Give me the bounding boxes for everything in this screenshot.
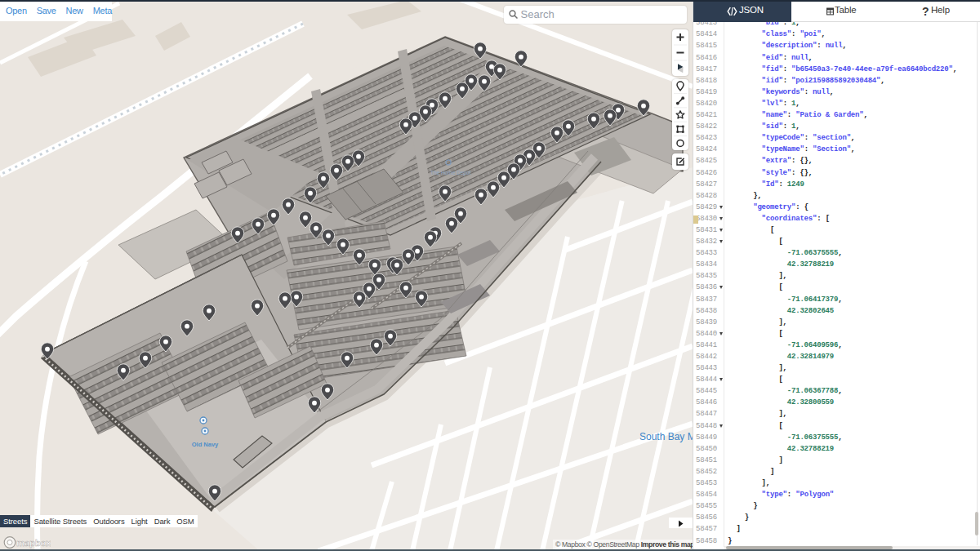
svg-text:South Bay M: South Bay M <box>639 431 693 442</box>
svg-text:mapbox: mapbox <box>16 538 51 548</box>
svg-text:The Home Depot: The Home Depot <box>430 170 471 176</box>
svg-text:Old Navy: Old Navy <box>192 441 219 448</box>
